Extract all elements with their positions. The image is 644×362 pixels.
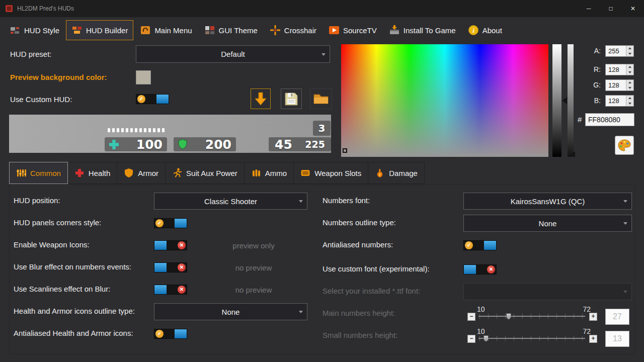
toolbar-crosshair[interactable]: Crosshair [264, 20, 322, 40]
spinner-arrows[interactable] [626, 64, 633, 75]
svg-text:i: i [472, 27, 474, 34]
hud-preset-dropdown[interactable]: Default [136, 45, 330, 63]
toggle-knob [175, 219, 187, 228]
spin-up-icon[interactable] [628, 47, 631, 49]
slider-decrement-button[interactable]: − [467, 335, 475, 343]
red-label: R: [586, 65, 601, 73]
titlebar: HL2DM Pred's HUDs ─ □ ✕ [0, 0, 644, 17]
spin-down-icon[interactable] [628, 103, 631, 105]
green-spinner[interactable]: 128 [605, 79, 634, 91]
slider-thumb[interactable] [506, 313, 511, 320]
armor-shield-icon [178, 139, 187, 149]
hud-armor-value: 200 [205, 137, 231, 152]
hud-position-dropdown[interactable]: Classic Shooter [154, 193, 307, 210]
common-settings-panel: HUD position: Classic Shooter HUD panels… [9, 184, 635, 354]
icons-outline-value: None [222, 308, 240, 316]
preview-bg-swatch[interactable] [136, 70, 151, 84]
cross-icon: ✕ [178, 263, 186, 272]
blur-effect-toggle[interactable]: ✕ [154, 262, 187, 273]
toolbar-label: Install To Game [404, 26, 456, 35]
spin-up-icon[interactable] [628, 81, 631, 83]
numbers-font-label: Numbers font: [323, 196, 370, 205]
spin-down-icon[interactable] [628, 53, 631, 55]
spinner-arrows[interactable] [626, 96, 633, 106]
toolbar-gui-theme[interactable]: GUI Theme [199, 20, 263, 40]
enable-weapon-icons-toggle[interactable]: ✕ [154, 240, 187, 250]
color-saturation-square[interactable] [341, 44, 548, 157]
alpha-slider-arrow-icon[interactable] [571, 151, 575, 157]
toolbar-main-menu[interactable]: Main Menu [134, 20, 197, 40]
value-slider-arrow-icon[interactable] [562, 97, 567, 104]
toolbar-sourcetv[interactable]: SourceTV [323, 20, 382, 40]
minimize-button[interactable]: ─ [578, 0, 600, 17]
antialiased-numbers-label: Antialiased numbers: [323, 240, 393, 249]
save-hud-button[interactable] [281, 88, 302, 109]
spin-down-icon[interactable] [628, 87, 631, 89]
main-numbers-height-label: Main numbers height: [323, 309, 395, 317]
maximize-button[interactable]: □ [600, 0, 622, 17]
scanlines-toggle[interactable]: ✕ [154, 285, 187, 295]
slider-line [478, 338, 585, 339]
spinner-arrows[interactable] [626, 80, 633, 90]
tab-common[interactable]: Common [9, 162, 68, 184]
toolbar-install-to-game[interactable]: Install To Game [383, 20, 461, 40]
spinner-arrows[interactable] [626, 46, 633, 56]
hex-input[interactable]: FF808080 [585, 113, 634, 126]
custom-font-toggle[interactable]: ✕ [463, 264, 497, 275]
chevron-down-icon [299, 311, 303, 313]
suit-aux-power-icon [172, 168, 182, 178]
spin-up-icon[interactable] [628, 97, 631, 99]
numbers-outline-value: None [539, 219, 557, 228]
icons-outline-dropdown[interactable]: None [154, 303, 307, 320]
spin-up-icon[interactable] [628, 66, 631, 68]
main-toolbar: HUD Style HUD Builder Main Menu GUI Them… [4, 19, 508, 41]
tab-label: Ammo [265, 169, 287, 177]
red-value: 128 [606, 64, 626, 75]
numbers-font-dropdown[interactable]: KairosSansW1G (QC) [463, 193, 632, 210]
slider-thumb[interactable] [484, 335, 489, 342]
toggle-knob [464, 265, 476, 274]
alpha-spinner[interactable]: 255 [605, 45, 634, 57]
corners-style-toggle[interactable]: ✓ [154, 218, 187, 228]
main-numbers-height-slider[interactable] [478, 313, 585, 319]
open-hud-button[interactable] [310, 88, 332, 109]
window-controls: ─ □ ✕ [578, 0, 644, 17]
tab-suit-aux-power[interactable]: Suit Aux Power [166, 162, 245, 184]
gui-theme-icon [204, 25, 215, 36]
hud-health-value: 100 [136, 137, 163, 152]
toolbar-label: GUI Theme [219, 26, 258, 35]
numbers-outline-dropdown[interactable]: None [463, 215, 632, 232]
tab-damage[interactable]: Damage [368, 162, 425, 184]
antialiased-icons-label: Antialiased Health and Armor icons: [14, 329, 133, 337]
download-hud-button[interactable] [251, 88, 271, 109]
toolbar-about[interactable]: i About [462, 20, 508, 40]
toolbar-hud-builder[interactable]: HUD Builder [66, 20, 133, 40]
tab-weapon-slots[interactable]: Weapon Slots [294, 162, 368, 184]
enable-weapon-icons-label: Enable Weapon Icons: [14, 240, 90, 249]
slider-increment-button[interactable]: + [589, 335, 597, 343]
window-title: HL2DM Pred's HUDs [17, 5, 74, 12]
small-numbers-height-slider[interactable] [478, 335, 585, 341]
alpha-slider[interactable] [568, 44, 574, 157]
red-spinner[interactable]: 128 [605, 64, 634, 75]
chevron-down-icon [321, 53, 326, 56]
tab-health[interactable]: Health [68, 162, 117, 184]
tab-ammo[interactable]: Ammo [245, 162, 294, 184]
spin-down-icon[interactable] [628, 71, 631, 73]
antialiased-numbers-toggle[interactable]: ✓ [463, 240, 497, 250]
hud-position-label: HUD position: [14, 196, 60, 205]
slider-increment-button[interactable]: + [589, 313, 597, 321]
toggle-knob [154, 285, 167, 294]
color-cursor[interactable] [343, 148, 347, 153]
custom-font-label: Use custom font (experimental): [323, 264, 430, 273]
blue-spinner[interactable]: 128 [605, 95, 634, 107]
toolbar-hud-style[interactable]: HUD Style [4, 20, 65, 40]
tab-armor[interactable]: Armor [117, 162, 166, 184]
antialiased-icons-toggle[interactable]: ✓ [154, 329, 187, 339]
close-button[interactable]: ✕ [622, 0, 644, 17]
slider-decrement-button[interactable]: − [467, 313, 475, 321]
use-custom-hud-toggle[interactable]: ✓ [136, 94, 169, 104]
value-slider[interactable] [552, 44, 561, 157]
toolbar-label: Main Menu [154, 26, 192, 35]
palette-button[interactable] [615, 136, 634, 155]
